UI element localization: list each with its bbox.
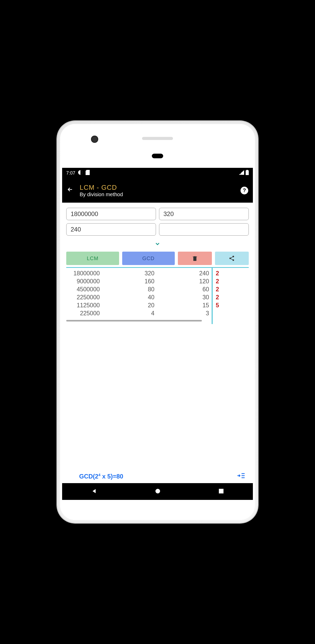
phone-bezel-bottom [60,502,255,520]
table-row: 9000000160120 [66,277,209,285]
expand-row [66,241,249,249]
svg-rect-3 [246,170,249,175]
clear-button[interactable] [178,252,212,265]
input-grid [66,208,249,236]
screen: 7:07 x [62,168,253,500]
result-bar: GCD(24 x 5)=80 [66,470,249,483]
table-row: 11250002015 [66,301,209,309]
factor-value: 2 [216,269,249,277]
svg-text:x: x [240,172,241,175]
input-2[interactable] [159,208,249,220]
result-suffix: x 5)=80 [100,473,123,480]
gcd-button[interactable]: GCD [122,252,175,265]
battery-icon [246,170,249,176]
table-row: 22500004030 [66,293,209,301]
factor-value: 5 [216,301,249,309]
result-text: GCD(24 x 5)=80 [79,473,123,480]
camera-dot [91,136,98,143]
factor-value: 2 [216,285,249,293]
factor-value: 2 [216,277,249,285]
status-bar: 7:07 x [62,168,253,178]
horizontal-scrollbar[interactable] [66,320,202,321]
share-button[interactable] [215,252,249,265]
input-3[interactable] [66,223,156,236]
svg-point-7 [155,489,160,493]
button-row: LCM GCD [66,252,249,265]
table-row: 18000000320240 [66,269,209,277]
app-notification-icon [78,170,83,176]
signal-icon: x [239,170,244,176]
phone-inner: 7:07 x [60,124,255,520]
division-table: 1800000032024090000001601204500000806022… [66,267,249,324]
page-subtitle: By division method [80,192,123,197]
sensor-notch [152,154,163,158]
result-prefix: GCD(2 [79,473,98,480]
table-row: 22500043 [66,309,209,317]
svg-rect-8 [219,489,223,493]
phone-bezel-top [60,124,255,168]
table-factors: 22225 [213,268,249,324]
factor-value: 2 [216,293,249,301]
nav-recent-icon[interactable] [218,488,224,495]
svg-rect-2 [246,170,248,170]
speaker-grill [142,137,173,140]
page-title: LCM - GCD [80,184,123,192]
navigation-bar [62,483,253,500]
input-1[interactable] [66,208,156,220]
status-time: 7:07 [66,170,75,176]
lcm-button[interactable]: LCM [66,252,119,265]
chevron-down-icon[interactable] [154,241,161,248]
svg-point-6 [233,259,234,261]
table-row: 45000008060 [66,285,209,293]
nav-back-icon[interactable] [91,488,97,495]
help-button[interactable]: ? [241,187,248,194]
input-4[interactable] [159,223,249,236]
table-quotients: 1800000032024090000001601204500000806022… [66,268,213,324]
back-button[interactable] [67,186,73,195]
phone-frame: 7:07 x [57,121,258,523]
svg-point-5 [229,258,231,259]
title-block: LCM - GCD By division method [80,184,123,197]
nav-home-icon[interactable] [155,488,161,495]
app-bar: LCM - GCD By division method ? [62,178,253,203]
sd-card-icon [86,170,90,176]
svg-point-4 [233,256,234,257]
expand-result-icon[interactable] [237,472,245,481]
content-area: LCM GCD 18000000320240900000016012045000… [62,203,253,483]
